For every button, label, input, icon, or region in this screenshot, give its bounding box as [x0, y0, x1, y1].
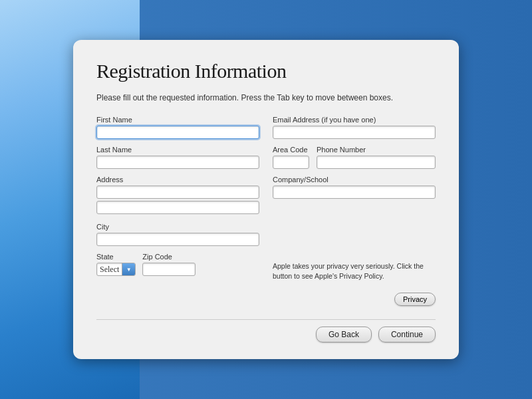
last-name-group: Last Name — [96, 146, 259, 169]
address-group: Address — [96, 176, 259, 216]
registration-card: Registration Information Please fill out… — [73, 40, 459, 359]
company-school-input[interactable] — [273, 186, 436, 199]
state-group: State Select — [96, 253, 136, 276]
form-right-column: Email Address (if you have one) Area Cod… — [273, 116, 436, 306]
state-zip-row: State Select Zip Code — [96, 253, 259, 283]
address-label: Address — [96, 176, 259, 184]
phone-number-group: Phone Number — [317, 146, 436, 169]
page-title: Registration Information — [96, 60, 436, 82]
email-group: Email Address (if you have one) — [273, 116, 436, 139]
city-group: City — [96, 223, 259, 246]
area-code-label: Area Code — [273, 146, 313, 154]
email-input[interactable] — [273, 126, 436, 139]
continue-button[interactable]: Continue — [378, 327, 436, 342]
state-select-text: Select — [97, 265, 122, 275]
first-name-group: First Name — [96, 116, 259, 139]
area-code-input[interactable] — [273, 156, 309, 169]
first-name-label: First Name — [96, 116, 259, 124]
company-school-label: Company/School — [273, 176, 436, 184]
zip-input[interactable] — [142, 263, 196, 276]
phone-row: Area Code Phone Number — [273, 146, 436, 176]
company-school-group: Company/School — [273, 176, 436, 199]
area-code-group: Area Code — [273, 146, 313, 169]
form-left-column: First Name Last Name Address City — [96, 116, 259, 306]
go-back-button[interactable]: Go Back — [316, 327, 372, 342]
state-label: State — [96, 253, 136, 261]
last-name-input[interactable] — [96, 156, 259, 169]
state-select-wrapper[interactable]: Select — [96, 263, 136, 276]
address-line2-input[interactable] — [96, 201, 259, 214]
bottom-buttons: Go Back Continue — [96, 319, 436, 342]
city-label: City — [96, 223, 259, 231]
zip-label: Zip Code — [142, 253, 196, 261]
state-dropdown-button[interactable] — [122, 263, 135, 276]
first-name-input[interactable] — [96, 126, 259, 139]
main-window: Registration Information Please fill out… — [0, 0, 532, 399]
address-line1-input[interactable] — [96, 186, 259, 199]
phone-number-input[interactable] — [317, 156, 436, 169]
page-subtitle: Please fill out the requested informatio… — [96, 92, 436, 104]
city-input[interactable] — [96, 233, 259, 246]
phone-number-label: Phone Number — [317, 146, 436, 154]
privacy-button[interactable]: Privacy — [394, 293, 436, 306]
zip-group: Zip Code — [142, 253, 196, 276]
privacy-text: Apple takes your privacy very seriously.… — [273, 261, 436, 283]
last-name-label: Last Name — [96, 146, 259, 154]
form-area: First Name Last Name Address City — [96, 116, 436, 306]
email-label: Email Address (if you have one) — [273, 116, 436, 124]
